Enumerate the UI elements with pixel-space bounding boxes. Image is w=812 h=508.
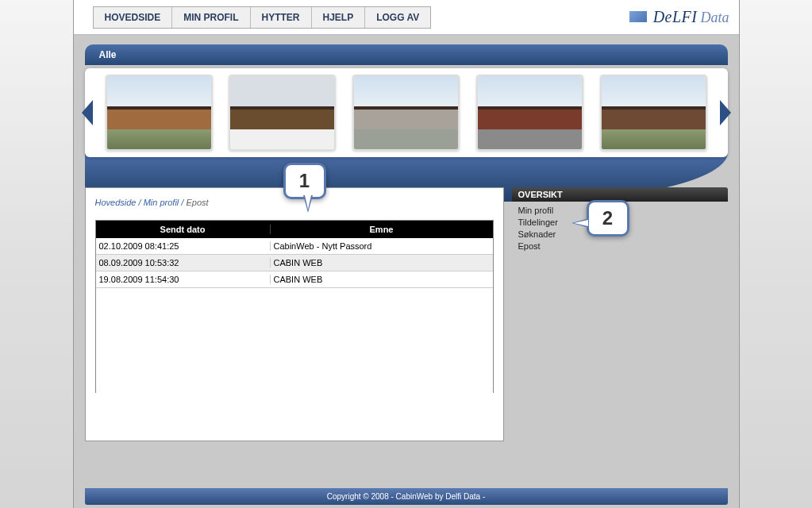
- main-nav: HOVEDSIDE MIN PROFIL HYTTER HJELP LOGG A…: [93, 6, 432, 29]
- sidebar-item-epost[interactable]: Epost: [518, 241, 722, 252]
- cabin-thumb[interactable]: [106, 75, 213, 151]
- cell-subject: CABIN WEB: [271, 275, 493, 284]
- nav-hytter[interactable]: HYTTER: [251, 7, 312, 28]
- logo-text-2: Data: [701, 10, 729, 26]
- bluebar-wrap: Alle: [74, 44, 739, 68]
- carousel-prev-icon[interactable]: [82, 100, 93, 125]
- content-area: Hovedside / Min profil / Epost Sendt dat…: [85, 187, 728, 441]
- nav-logg-av[interactable]: LOGG AV: [365, 7, 430, 28]
- cabin-thumb[interactable]: [600, 75, 707, 151]
- col-header-sent[interactable]: Sendt dato: [96, 225, 271, 234]
- footer: Copyright © 2008 - CabinWeb by Delfi Dat…: [85, 488, 728, 505]
- cell-subject: CabinWeb - Nytt Passord: [271, 241, 493, 251]
- cabin-thumb[interactable]: [476, 75, 583, 151]
- callout-number: 1: [299, 170, 310, 192]
- breadcrumb-home[interactable]: Hovedside: [95, 198, 137, 207]
- table-header: Sendt dato Emne: [96, 221, 493, 238]
- nav-min-profil[interactable]: MIN PROFIL: [172, 7, 250, 28]
- table-row[interactable]: 19.08.2009 11:54:30 CABIN WEB: [96, 271, 493, 288]
- carousel-next-icon[interactable]: [720, 100, 731, 125]
- category-bar: Alle: [85, 44, 728, 65]
- logo: DeLFI Data: [629, 8, 734, 26]
- cell-date: 02.10.2009 08:41:25: [96, 241, 271, 251]
- callout-number: 2: [602, 207, 613, 229]
- cell-date: 19.08.2009 11:54:30: [96, 275, 271, 284]
- cabin-carousel: [85, 68, 728, 157]
- col-header-subject[interactable]: Emne: [271, 225, 493, 234]
- logo-text-1: DeLFI: [653, 8, 698, 26]
- email-panel: Hovedside / Min profil / Epost Sendt dat…: [85, 187, 504, 441]
- callout-tail-icon: [571, 218, 589, 228]
- cabin-thumb[interactable]: [229, 75, 336, 151]
- annotation-callout-2: 2: [587, 200, 629, 237]
- category-label: Alle: [99, 49, 117, 60]
- topbar: HOVEDSIDE MIN PROFIL HYTTER HJELP LOGG A…: [74, 0, 739, 35]
- cell-subject: CABIN WEB: [271, 258, 493, 267]
- cell-date: 08.09.2009 10:53:32: [96, 258, 271, 267]
- footer-text: Copyright © 2008 - CabinWeb by Delfi Dat…: [327, 492, 486, 501]
- annotation-callout-1: 1: [283, 163, 326, 199]
- breadcrumb-profile[interactable]: Min profil: [144, 198, 179, 207]
- nav-hovedside[interactable]: HOVEDSIDE: [94, 7, 173, 28]
- callout-tail-icon: [303, 195, 313, 213]
- page-wrap: HOVEDSIDE MIN PROFIL HYTTER HJELP LOGG A…: [73, 0, 740, 508]
- nav-hjelp[interactable]: HJELP: [312, 7, 366, 28]
- breadcrumb-current: Epost: [186, 198, 208, 207]
- logo-mark-icon: [629, 11, 647, 22]
- email-table: Sendt dato Emne 02.10.2009 08:41:25 Cabi…: [95, 220, 494, 393]
- table-row[interactable]: 02.10.2009 08:41:25 CabinWeb - Nytt Pass…: [96, 238, 493, 255]
- table-row[interactable]: 08.09.2009 10:53:32 CABIN WEB: [96, 255, 493, 271]
- table-body[interactable]: 02.10.2009 08:41:25 CabinWeb - Nytt Pass…: [96, 238, 493, 394]
- cabin-thumb[interactable]: [352, 75, 460, 151]
